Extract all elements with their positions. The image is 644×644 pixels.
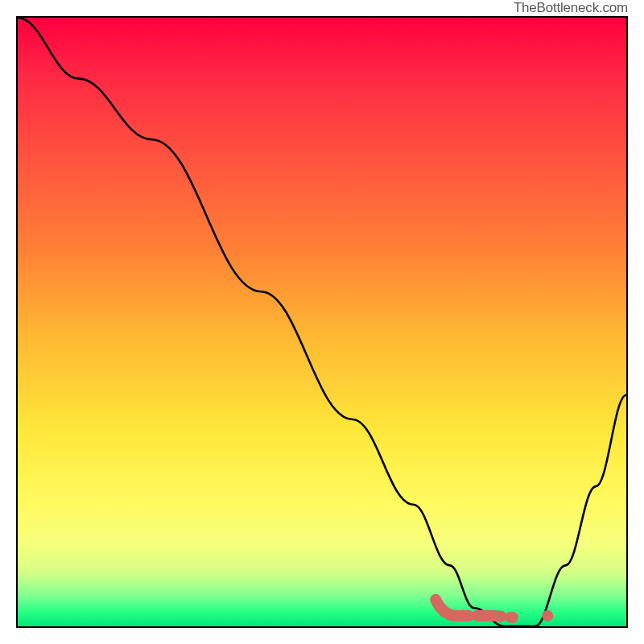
chart-frame bbox=[16, 16, 628, 628]
optimal-marker-dot bbox=[542, 610, 553, 621]
bottleneck-curve-path bbox=[18, 18, 626, 626]
chart-svg bbox=[18, 18, 626, 626]
watermark-label: TheBottleneck.com bbox=[514, 0, 628, 16]
